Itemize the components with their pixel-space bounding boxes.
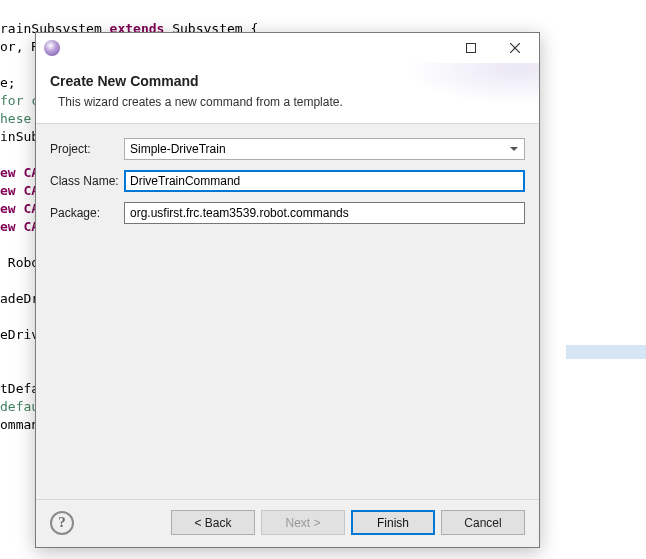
- create-command-dialog: Create New Command This wizard creates a…: [35, 32, 540, 548]
- maximize-button[interactable]: [449, 34, 493, 62]
- package-label: Package:: [50, 206, 124, 220]
- dialog-footer: ? < Back Next > Finish Cancel: [36, 499, 539, 547]
- cancel-button[interactable]: Cancel: [441, 510, 525, 535]
- svg-rect-0: [467, 44, 476, 53]
- dialog-form: Project: Simple-DriveTrain Class Name: P…: [36, 124, 539, 234]
- back-button[interactable]: < Back: [171, 510, 255, 535]
- eclipse-icon: [44, 40, 60, 56]
- editor-highlight-marker: [566, 345, 646, 359]
- project-select-value: Simple-DriveTrain: [130, 142, 226, 156]
- help-button[interactable]: ?: [50, 511, 74, 535]
- dialog-title: Create New Command: [50, 73, 525, 89]
- classname-label: Class Name:: [50, 174, 124, 188]
- dialog-titlebar[interactable]: [36, 33, 539, 63]
- dialog-subtitle: This wizard creates a new command from a…: [58, 95, 525, 109]
- close-button[interactable]: [493, 34, 537, 62]
- classname-input[interactable]: [124, 170, 525, 192]
- finish-button[interactable]: Finish: [351, 510, 435, 535]
- dialog-header: Create New Command This wizard creates a…: [36, 63, 539, 124]
- package-input[interactable]: [124, 202, 525, 224]
- project-label: Project:: [50, 142, 124, 156]
- next-button: Next >: [261, 510, 345, 535]
- project-select[interactable]: Simple-DriveTrain: [124, 138, 525, 160]
